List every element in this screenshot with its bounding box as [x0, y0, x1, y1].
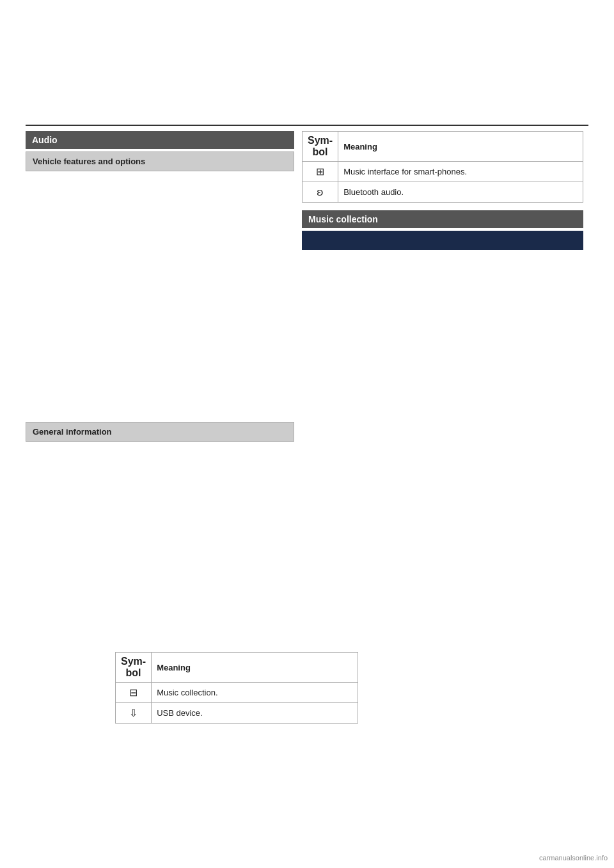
symbol-table-top: Sym-bol Meaning ⊞ Music interface for sm… — [302, 131, 583, 203]
bottom-table-section: Sym-bol Meaning ⊟ Music collection. ⇩ US… — [115, 652, 358, 731]
watermark: carmanualsonline.info — [539, 854, 608, 862]
symbol-cell: ⊞ — [303, 162, 338, 182]
left-column: Audio Vehicle features and options — [26, 131, 294, 176]
right-column: Sym-bol Meaning ⊞ Music interface for sm… — [302, 131, 583, 255]
usb-icon: ⇩ — [129, 708, 138, 718]
symbol-cell: ⊟ — [116, 683, 152, 703]
symbol-col-header: Sym-bol — [303, 132, 338, 162]
music-interface-icon: ⊞ — [316, 166, 324, 178]
music-collection-dark-box — [302, 231, 583, 250]
page: Audio Vehicle features and options Sym-b… — [0, 0, 614, 868]
table-row: ⊟ Music collection. — [116, 683, 358, 703]
general-info-section: General information — [26, 422, 294, 447]
vehicle-features-header: Vehicle features and options — [26, 151, 294, 171]
top-divider — [26, 125, 588, 126]
music-collection-icon: ⊟ — [129, 687, 138, 698]
meaning-col-header: Meaning — [338, 132, 583, 162]
meaning-cell: Music interface for smart-phones. — [338, 162, 583, 182]
table-row: ⊞ Music interface for smart-phones. — [303, 162, 583, 182]
symbol-cell: ⇩ — [116, 703, 152, 724]
bluetooth-icon: ʚ — [317, 186, 324, 198]
meaning-cell: USB device. — [152, 703, 358, 724]
table-row: ʚ Bluetooth audio. — [303, 182, 583, 203]
meaning-col-header-bottom: Meaning — [152, 653, 358, 683]
music-collection-header: Music collection — [302, 210, 583, 228]
table-row: ⇩ USB device. — [116, 703, 358, 724]
symbol-col-header-bottom: Sym-bol — [116, 653, 152, 683]
meaning-cell: Bluetooth audio. — [338, 182, 583, 203]
general-info-header: General information — [26, 422, 294, 442]
symbol-table-bottom: Sym-bol Meaning ⊟ Music collection. ⇩ US… — [115, 652, 358, 724]
meaning-cell: Music collection. — [152, 683, 358, 703]
symbol-cell: ʚ — [303, 182, 338, 203]
audio-section-header: Audio — [26, 131, 294, 149]
